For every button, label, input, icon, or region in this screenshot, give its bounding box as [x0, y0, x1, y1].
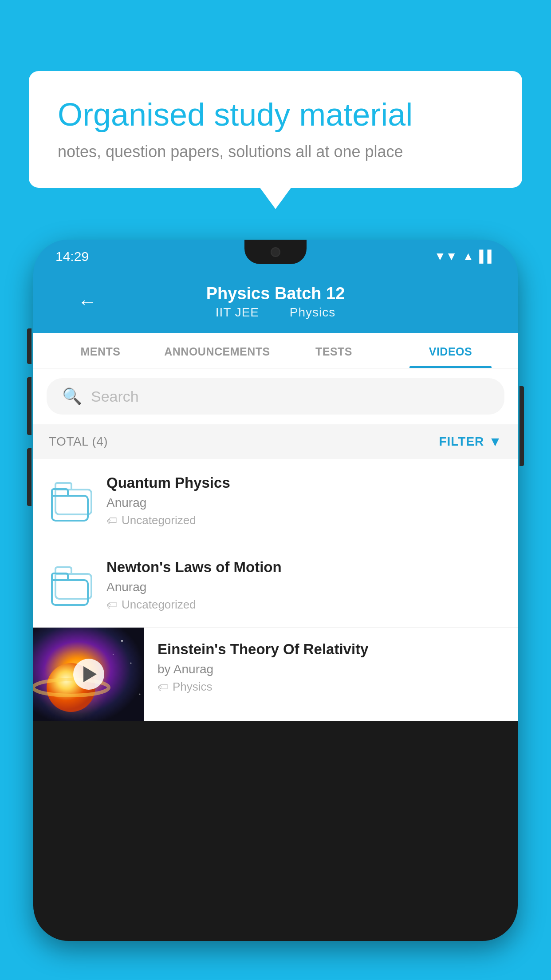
phone-screen: 14:29 ▼▼ ▲ ▌▌ ← Physics Batch 12 [33, 240, 518, 941]
tag-icon: 🏷 [106, 514, 117, 527]
tag-label: Uncategorized [122, 514, 196, 527]
volume-up-button [27, 328, 31, 364]
speech-bubble: Organised study material notes, question… [29, 71, 522, 188]
video-tag-2: 🏷 Uncategorized [106, 598, 502, 612]
list-item-thumb[interactable]: Einstein's Theory Of Relativity by Anura… [33, 628, 518, 721]
thumb-author: by Anurag [157, 662, 504, 676]
play-button[interactable] [73, 659, 104, 690]
search-placeholder: Search [91, 388, 139, 405]
search-container: 🔍 Search [33, 368, 518, 424]
thumb-info: Einstein's Theory Of Relativity by Anura… [144, 628, 518, 707]
header-subtitle: IIT JEE Physics [206, 305, 345, 320]
list-item[interactable]: Quantum Physics Anurag 🏷 Uncategorized [33, 459, 518, 543]
list-item[interactable]: Newton's Laws of Motion Anurag 🏷 Uncateg… [33, 543, 518, 628]
status-time: 14:29 [55, 249, 89, 264]
search-icon: 🔍 [62, 387, 82, 406]
filter-row: TOTAL (4) FILTER ▼ [33, 424, 518, 459]
tag-icon-3: 🏷 [157, 681, 168, 693]
volume-down-button [27, 377, 31, 435]
tag-label-3: Physics [173, 680, 213, 694]
content-list: Quantum Physics Anurag 🏷 Uncategorized [33, 459, 518, 721]
subtitle-physics: Physics [290, 305, 335, 319]
side-button-3 [27, 448, 31, 506]
battery-icon: ▌▌ [479, 249, 496, 263]
tab-tests[interactable]: TESTS [276, 333, 392, 368]
tab-videos[interactable]: VIDEOS [392, 333, 509, 368]
signal-icon: ▲ [462, 249, 474, 263]
notch [244, 240, 307, 264]
header-text: Physics Batch 12 IIT JEE Physics [206, 284, 345, 320]
filter-icon: ▼ [488, 434, 502, 449]
video-info: Quantum Physics Anurag 🏷 Uncategorized [106, 474, 502, 527]
folder-stack-icon [51, 482, 91, 520]
filter-button[interactable]: FILTER ▼ [439, 434, 502, 449]
svg-point-1 [121, 640, 123, 642]
subtitle-iitjee: IIT JEE [216, 305, 259, 319]
folder-front-icon-2 [51, 573, 89, 606]
video-title: Quantum Physics [106, 474, 502, 491]
phone-outer: 14:29 ▼▼ ▲ ▌▌ ← Physics Batch 12 [33, 240, 518, 941]
video-folder-icon-wrapper [49, 477, 93, 526]
svg-point-3 [113, 654, 114, 655]
folder-front-icon [51, 488, 89, 522]
video-info-2: Newton's Laws of Motion Anurag 🏷 Uncateg… [106, 559, 502, 612]
camera-dot [271, 247, 280, 257]
svg-point-4 [139, 694, 141, 695]
tabs-bar: MENTS ANNOUNCEMENTS TESTS VIDEOS [33, 333, 518, 368]
video-tag: 🏷 Uncategorized [106, 514, 502, 527]
folder-stack-icon-2 [51, 566, 91, 604]
app-header: ← Physics Batch 12 IIT JEE Physics [33, 273, 518, 333]
status-icons: ▼▼ ▲ ▌▌ [434, 249, 496, 263]
tag-icon-2: 🏷 [106, 599, 117, 611]
play-triangle-icon [83, 666, 97, 682]
video-folder-icon-wrapper-2 [49, 561, 93, 610]
video-thumbnail [33, 628, 144, 721]
search-bar[interactable]: 🔍 Search [47, 378, 504, 415]
tab-announcements[interactable]: ANNOUNCEMENTS [159, 333, 276, 368]
power-button [520, 386, 524, 466]
bubble-subtitle: notes, question papers, solutions all at… [58, 142, 493, 161]
status-bar: 14:29 ▼▼ ▲ ▌▌ [33, 240, 518, 273]
header-title: Physics Batch 12 [206, 284, 345, 303]
wifi-icon: ▼▼ [434, 249, 457, 263]
svg-point-2 [130, 663, 132, 664]
total-count: TOTAL (4) [49, 435, 108, 449]
folder-body-4 [51, 579, 89, 606]
phone-wrapper: 14:29 ▼▼ ▲ ▌▌ ← Physics Batch 12 [33, 240, 518, 980]
tab-ments[interactable]: MENTS [42, 333, 159, 368]
video-title-2: Newton's Laws of Motion [106, 559, 502, 576]
bubble-title: Organised study material [58, 95, 493, 134]
back-button[interactable]: ← [78, 291, 97, 313]
thumb-title: Einstein's Theory Of Relativity [157, 641, 504, 658]
video-author: Anurag [106, 496, 502, 510]
video-author-2: Anurag [106, 580, 502, 594]
filter-label: FILTER [439, 435, 484, 449]
header-container: ← Physics Batch 12 IIT JEE Physics [55, 284, 496, 320]
thumb-tag: 🏷 Physics [157, 680, 504, 694]
tag-label-2: Uncategorized [122, 598, 196, 612]
folder-body-2 [51, 495, 89, 522]
speech-bubble-container: Organised study material notes, question… [29, 71, 522, 188]
